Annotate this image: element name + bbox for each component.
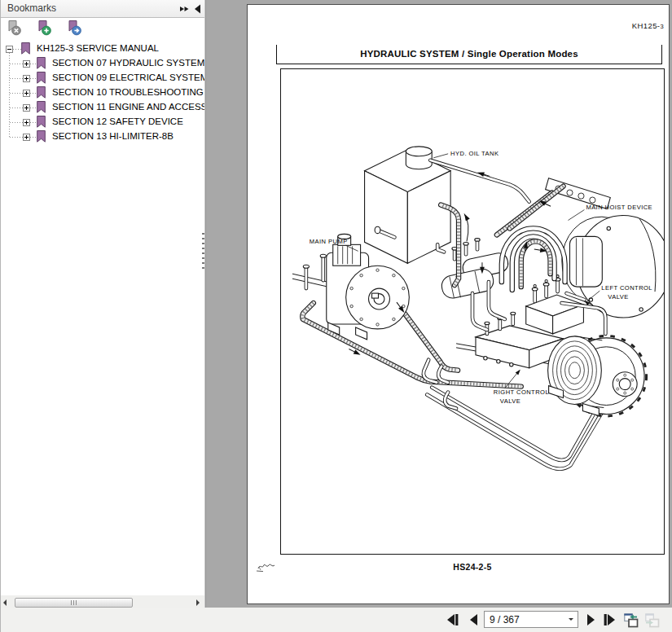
expand-node-icon[interactable] (23, 89, 30, 96)
tree-connector-stub (30, 64, 37, 64)
add-bookmark-icon[interactable] (37, 20, 51, 37)
page-footer-code: HS24-2-5 (280, 562, 665, 572)
bookmark-section-row[interactable]: SECTION 13 HI-LIMITER-8B (1, 129, 204, 144)
previous-view-button[interactable] (622, 612, 639, 628)
bookmark-section-row[interactable]: SECTION 11 ENGINE AND ACCESS (1, 100, 204, 115)
bookmark-label[interactable]: SECTION 11 ENGINE AND ACCESS (52, 102, 204, 112)
tree-connector-stub (30, 122, 37, 123)
expand-node-icon[interactable] (23, 118, 30, 125)
combo-dropdown-icon[interactable] (569, 618, 573, 621)
goto-bookmark-icon[interactable] (68, 20, 81, 37)
bookmark-section-row[interactable]: SECTION 07 HYDRAULIC SYSTEM (1, 56, 204, 71)
previous-page-button[interactable] (467, 612, 481, 627)
bookmark-section-row[interactable]: SECTION 10 TROUBLESHOOTING (1, 86, 204, 100)
page-code-suffix: 3 (660, 23, 664, 30)
navigation-toolbar (1, 608, 672, 632)
tree-connector-stub (10, 78, 23, 79)
bookmark-icon (37, 86, 46, 99)
page-number-combo[interactable] (484, 611, 578, 628)
tree-connector-stub (30, 93, 37, 94)
panel-options-icon[interactable] (179, 3, 191, 15)
bookmarks-toolbar (1, 20, 81, 40)
tree-connector-stub (30, 137, 37, 138)
collapse-node-icon[interactable] (6, 45, 13, 52)
bookmark-icon (37, 72, 46, 84)
bookmark-section-row[interactable]: SECTION 12 SAFETY DEVICE (1, 115, 204, 129)
tree-connector-stub (10, 64, 23, 64)
document-view[interactable]: KH125-3 HYDRAULIC SYSTEM / Single Operat… (206, 0, 672, 608)
bookmark-section-row[interactable]: SECTION 09 ELECTRICAL SYSTEM (1, 71, 204, 86)
next-view-button[interactable] (643, 612, 660, 628)
page-title-rule: HYDRAULIC SYSTEM / Single Operation Mode… (276, 45, 662, 64)
page-header-code: KH125-3 (632, 21, 664, 30)
first-page-button[interactable] (446, 612, 460, 627)
next-page-button[interactable] (583, 612, 598, 627)
pdf-page: KH125-3 HYDRAULIC SYSTEM / Single Operat… (247, 4, 670, 604)
bookmark-root-row[interactable]: KH125-3 SERVICE MANUAL (1, 42, 204, 56)
bookmarks-tree: KH125-3 SERVICE MANUAL SECTION 07 HYDRAU… (1, 42, 204, 555)
bookmark-icon (37, 57, 46, 69)
page-number-input[interactable] (490, 612, 560, 626)
bookmark-label[interactable]: SECTION 09 ELECTRICAL SYSTEM (52, 72, 204, 82)
delete-bookmark-icon[interactable] (7, 20, 21, 37)
right-valve-label-line1: RIGHT CONTROL (494, 388, 549, 396)
tree-connector-stub (30, 108, 37, 108)
bookmark-label[interactable]: SECTION 12 SAFETY DEVICE (52, 116, 183, 126)
expand-node-icon[interactable] (23, 133, 30, 140)
winch-drum (548, 336, 647, 416)
tree-connector-stub (10, 93, 23, 94)
bookmark-label[interactable]: KH125-3 SERVICE MANUAL (37, 43, 159, 53)
page-title: HYDRAULIC SYSTEM / Single Operation Mode… (360, 49, 578, 59)
expand-node-icon[interactable] (23, 103, 30, 111)
left-valve-label-line2: VALVE (608, 293, 628, 301)
scroll-left-icon[interactable] (3, 599, 7, 606)
bookmark-icon (37, 101, 46, 113)
hoist-label: MAIN HOIST DEVICE (586, 204, 652, 211)
page-code-text: KH125- (632, 21, 661, 30)
bookmarks-panel: Bookmarks (1, 0, 204, 608)
scrollbar-thumb-grip (71, 600, 77, 605)
tree-connector-stub (10, 137, 23, 138)
pump-label: MAIN PUMP (310, 238, 348, 245)
hydraulic-diagram: .c { fill:#fff; stroke:#1a1a1a; stroke-w… (281, 69, 664, 554)
winch-hydraulic-motor (613, 372, 637, 397)
splitter-grip[interactable] (202, 233, 204, 270)
scroll-right-icon[interactable] (196, 599, 200, 606)
handwritten-mark (256, 559, 280, 575)
tree-connector-stub (30, 78, 37, 79)
left-valve-label-line1: LEFT CONTROL (601, 284, 652, 292)
bookmark-label[interactable]: SECTION 10 TROUBLESHOOTING (52, 87, 204, 97)
bookmark-icon (21, 42, 30, 55)
tree-connector-stub (13, 49, 21, 50)
riser-flow-arrow (463, 213, 470, 241)
bookmarks-panel-title: Bookmarks (7, 2, 56, 14)
last-page-button[interactable] (602, 612, 617, 627)
tank-label: HYD. OIL TANK (450, 150, 499, 157)
tree-connector-stub (10, 122, 23, 123)
tree-connector-stub (10, 108, 23, 108)
expand-node-icon[interactable] (23, 74, 30, 81)
bookmark-label[interactable]: SECTION 07 HYDRAULIC SYSTEM (52, 58, 204, 68)
figure-frame: .c { fill:#fff; stroke:#1a1a1a; stroke-w… (280, 68, 665, 555)
bookmarks-horizontal-scrollbar[interactable] (1, 595, 204, 608)
pdf-viewer-window: Bookmarks (0, 0, 672, 632)
bookmarks-panel-header: Bookmarks (1, 0, 204, 18)
right-valve-label-line2: VALVE (500, 397, 520, 405)
bookmark-label[interactable]: SECTION 13 HI-LIMITER-8B (52, 131, 173, 141)
bookmark-icon (37, 116, 46, 128)
hose-u-arcs (502, 228, 565, 290)
bookmark-icon (37, 130, 46, 143)
collapse-panel-icon[interactable] (193, 3, 204, 15)
expand-node-icon[interactable] (23, 59, 30, 67)
scrollbar-thumb[interactable] (15, 598, 133, 608)
